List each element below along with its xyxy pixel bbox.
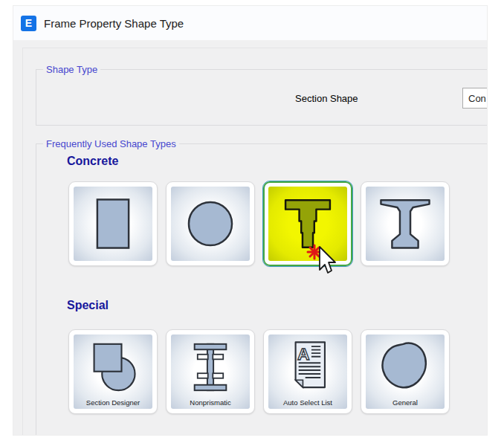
nonprismatic-icon <box>180 336 241 398</box>
special-heading: Special <box>67 299 109 312</box>
auto-select-list-label: Auto Select List <box>283 398 332 407</box>
general-label: General <box>392 398 418 407</box>
concrete-heading: Concrete <box>67 155 118 168</box>
svg-text:A: A <box>297 344 310 363</box>
window-title: Frame Property Shape Type <box>44 17 184 30</box>
button-face: A Auto Select List <box>268 334 347 409</box>
button-face: General <box>366 334 445 409</box>
button-face <box>74 187 152 261</box>
general-button[interactable]: General <box>361 329 450 414</box>
title-bar: E Frame Property Shape Type <box>13 6 487 40</box>
section-designer-icon <box>83 336 143 398</box>
concrete-rectangular-button[interactable] <box>68 181 158 266</box>
section-shape-dropdown[interactable]: Con <box>462 88 487 109</box>
shape-type-groupbox: Shape Type <box>36 69 487 126</box>
button-face <box>366 187 445 261</box>
button-face: Nonprismatic <box>171 334 250 409</box>
rectangular-section-icon <box>80 191 146 256</box>
frequently-used-groupbox-label: Frequently Used Shape Types <box>43 138 179 149</box>
button-face <box>171 187 250 261</box>
concrete-precast-i-button[interactable] <box>361 181 450 266</box>
circular-section-icon <box>178 191 243 256</box>
auto-select-list-button[interactable]: A Auto Select List <box>263 329 352 414</box>
concrete-circular-button[interactable] <box>166 181 255 266</box>
button-face: Section Designer <box>74 334 152 409</box>
precast-i-section-icon <box>372 191 438 256</box>
general-section-icon <box>375 336 436 398</box>
frame-property-shape-type-dialog: E Frame Property Shape Type Shape Type S… <box>13 6 487 435</box>
nonprismatic-button[interactable]: Nonprismatic <box>166 329 255 414</box>
etabs-app-icon: E <box>21 16 36 31</box>
nonprismatic-label: Nonprismatic <box>190 398 230 407</box>
section-designer-button[interactable]: Section Designer <box>68 329 158 414</box>
arrow-cursor-icon <box>320 247 335 273</box>
mouse-cursor <box>305 239 342 284</box>
section-shape-label: Section Shape <box>295 93 358 104</box>
shape-type-groupbox-label: Shape Type <box>43 64 100 75</box>
auto-select-list-icon: A <box>277 336 338 398</box>
section-designer-label: Section Designer <box>86 398 140 407</box>
